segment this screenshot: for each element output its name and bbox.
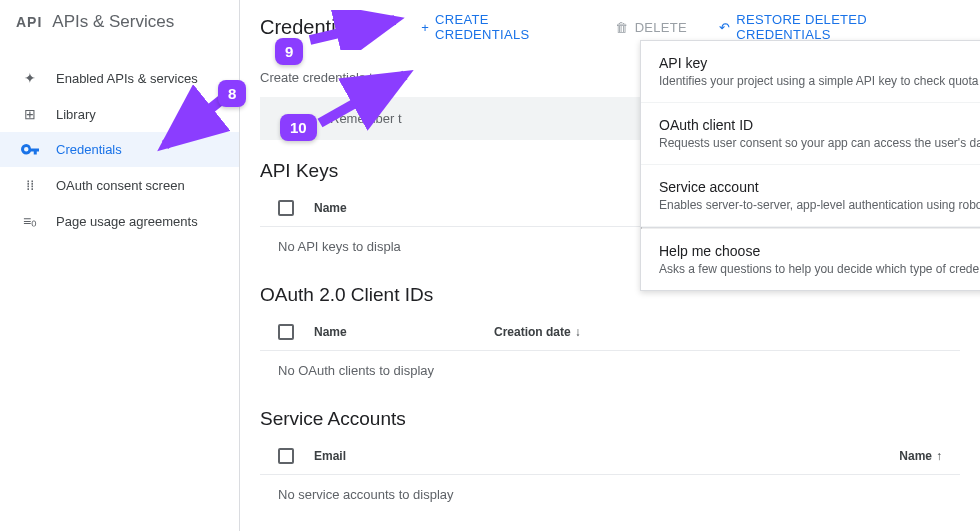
col-email[interactable]: Email (314, 449, 346, 463)
trash-icon: 🗑 (615, 20, 628, 35)
nav-library[interactable]: ⊞ Library (0, 96, 239, 132)
dropdown-help-choose[interactable]: Help me choose Asks a few questions to h… (641, 229, 980, 290)
restore-button[interactable]: ↶ RESTORE DELETED CREDENTIALS (719, 12, 960, 42)
sidebar-title: APIs & Services (52, 12, 174, 32)
nav-label: Credentials (56, 142, 122, 157)
undo-icon: ↶ (719, 20, 730, 35)
service-accounts-empty: No service accounts to display (260, 475, 960, 514)
oauth-empty: No OAuth clients to display (260, 351, 960, 390)
dd-title: API key (659, 55, 980, 71)
nav-label: Enabled APIs & services (56, 71, 198, 86)
key-icon (20, 144, 40, 156)
agreements-icon: ≡₀ (20, 213, 40, 229)
dropdown-oauth-client[interactable]: OAuth client ID Requests user consent so… (641, 103, 980, 165)
col-creation-date[interactable]: Creation date (494, 325, 634, 339)
dd-desc: Requests user consent so your app can ac… (659, 136, 980, 150)
nav-label: Library (56, 107, 96, 122)
create-credentials-dropdown: API key Identifies your project using a … (640, 40, 980, 291)
dd-title: OAuth client ID (659, 117, 980, 133)
callout-8: 8 (218, 80, 246, 107)
library-icon: ⊞ (20, 106, 40, 122)
delete-label: DELETE (635, 20, 687, 35)
nav-oauth-consent[interactable]: ⁞⁞ OAuth consent screen (0, 167, 239, 203)
select-all-checkbox[interactable] (278, 200, 294, 216)
consent-icon: ⁞⁞ (20, 177, 40, 193)
select-all-checkbox[interactable] (278, 324, 294, 340)
page-title: Credentials (260, 16, 361, 39)
nav-credentials[interactable]: Credentials (0, 132, 239, 167)
col-name[interactable]: Name (314, 201, 474, 215)
dd-desc: Asks a few questions to help you decide … (659, 262, 980, 276)
create-credentials-button[interactable]: + CREATE CREDENTIALS (421, 12, 583, 42)
select-all-checkbox[interactable] (278, 448, 294, 464)
main-content: Credentials + CREATE CREDENTIALS 🗑 DELET… (240, 0, 980, 531)
dd-title: Help me choose (659, 243, 980, 259)
remember-text: Remember t (330, 111, 402, 126)
dropdown-api-key[interactable]: API key Identifies your project using a … (641, 41, 980, 103)
nav: ✦ Enabled APIs & services ⊞ Library Cred… (0, 44, 239, 239)
create-label: CREATE CREDENTIALS (435, 12, 583, 42)
col-name[interactable]: Name (899, 449, 942, 463)
col-name[interactable]: Name (314, 325, 474, 339)
plus-icon: + (421, 20, 429, 35)
nav-page-usage[interactable]: ≡₀ Page usage agreements (0, 203, 239, 239)
sidebar-header: API APIs & Services (0, 0, 239, 44)
nav-label: OAuth consent screen (56, 178, 185, 193)
dd-title: Service account (659, 179, 980, 195)
api-icon: API (16, 14, 42, 30)
delete-button[interactable]: 🗑 DELETE (615, 20, 687, 35)
dd-desc: Identifies your project using a simple A… (659, 74, 980, 88)
dd-desc: Enables server-to-server, app-level auth… (659, 198, 980, 212)
oauth-header: Name Creation date (260, 314, 960, 351)
nav-enabled-apis[interactable]: ✦ Enabled APIs & services (0, 60, 239, 96)
section-service-accounts-title: Service Accounts (260, 408, 960, 430)
sidebar: API APIs & Services ✦ Enabled APIs & ser… (0, 0, 240, 531)
service-accounts-header: Email Name (260, 438, 960, 475)
callout-10: 10 (280, 114, 317, 141)
nav-label: Page usage agreements (56, 214, 198, 229)
diamond-icon: ✦ (20, 70, 40, 86)
dropdown-service-account[interactable]: Service account Enables server-to-server… (641, 165, 980, 227)
restore-label: RESTORE DELETED CREDENTIALS (736, 12, 960, 42)
callout-9: 9 (275, 38, 303, 65)
